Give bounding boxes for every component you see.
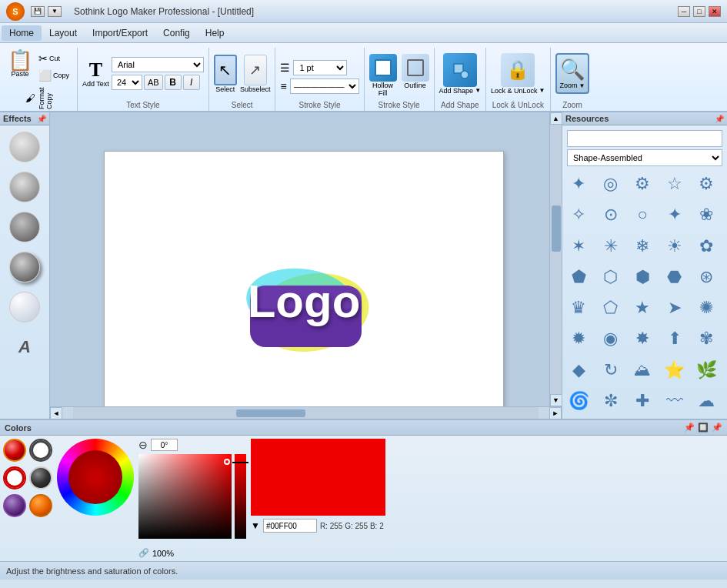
bold-button[interactable]: B: [165, 75, 182, 90]
italic-button[interactable]: I: [183, 75, 200, 90]
logo-design[interactable]: Logo: [227, 243, 381, 359]
shape-starburst[interactable]: ✹: [565, 326, 592, 352]
menu-config[interactable]: Config: [155, 25, 198, 41]
stroke-style-select[interactable]: —————— - - - - - · · · · ·: [290, 79, 359, 94]
hscroll-thumb[interactable]: [236, 409, 305, 417]
vscroll-up[interactable]: ▲: [550, 112, 562, 125]
shape-pentagon2[interactable]: ⬠: [598, 295, 624, 321]
outline-text-button[interactable]: AB: [144, 75, 163, 90]
toolbar-button[interactable]: ▼: [48, 6, 62, 17]
resources-category-select[interactable]: Shape-Assembled Shape-Basic Shape-Nature: [567, 149, 722, 166]
shape-dotted-circle[interactable]: ◎: [598, 171, 624, 197]
effect-light[interactable]: [9, 172, 40, 202]
shape-cross[interactable]: ✚: [629, 388, 655, 414]
save-button[interactable]: 💾: [31, 6, 45, 17]
shape-circle-dots[interactable]: ⊙: [598, 202, 624, 228]
effect-dark[interactable]: [9, 212, 40, 242]
vscroll-thumb[interactable]: [552, 205, 561, 252]
shape-crown[interactable]: ♛: [565, 295, 592, 321]
shape-diamond-star[interactable]: ✧: [565, 202, 592, 228]
font-name-select[interactable]: Arial: [112, 57, 204, 72]
shape-gear-circle[interactable]: ⚙: [629, 171, 655, 197]
shape-asterisk[interactable]: ✳: [598, 233, 624, 259]
select-tool-button[interactable]: ↖ Select: [214, 55, 237, 93]
shape-spiked[interactable]: ✸: [629, 326, 655, 352]
subselect-button[interactable]: ↗ Subselect: [240, 55, 271, 93]
canvas-content[interactable]: Logo: [50, 112, 549, 406]
shape-sun[interactable]: ☀: [662, 233, 688, 259]
degree-input[interactable]: [151, 439, 178, 451]
colors-collapse-icon[interactable]: 📌: [712, 423, 722, 433]
preset-red-outline[interactable]: [3, 466, 26, 489]
resources-search-input[interactable]: [567, 130, 722, 147]
gradient-square[interactable]: [138, 454, 232, 539]
shape-wave[interactable]: 〰: [662, 388, 688, 414]
copy-button[interactable]: ⬜ Copy: [35, 68, 72, 83]
canvas-hscroll[interactable]: ◄ ►: [50, 406, 562, 419]
shape-star6[interactable]: ✶: [565, 233, 592, 259]
shape-atom[interactable]: ⊛: [693, 264, 719, 290]
hscroll-left[interactable]: ◄: [50, 407, 62, 419]
shape-ring[interactable]: ○: [629, 202, 655, 228]
hscroll-track[interactable]: [73, 407, 539, 419]
opacity-link-icon[interactable]: 🔗: [138, 548, 149, 558]
shape-pinwheel[interactable]: ✼: [598, 388, 624, 414]
shape-star-alt[interactable]: ★: [629, 295, 655, 321]
color-wheel-inner[interactable]: [68, 450, 122, 504]
shape-circle-ring[interactable]: ◉: [598, 326, 624, 352]
color-dropdown-icon[interactable]: ▼: [251, 520, 260, 531]
outline-button[interactable]: Outline: [402, 54, 429, 97]
hollow-fill-button[interactable]: Hollow Fill: [369, 54, 397, 97]
degree-icon[interactable]: ⊖: [138, 439, 148, 451]
hscroll-right[interactable]: ►: [549, 407, 562, 419]
shape-star-5[interactable]: ⭐: [662, 357, 688, 383]
shape-burst[interactable]: ✺: [693, 295, 719, 321]
resources-pin[interactable]: 📌: [715, 115, 724, 123]
cut-button[interactable]: ✂ Cut: [35, 51, 63, 66]
shape-star-outline[interactable]: ☆: [662, 171, 688, 197]
shape-diamond[interactable]: ◆: [565, 357, 592, 383]
preset-red-fill[interactable]: [3, 439, 26, 462]
menu-layout[interactable]: Layout: [42, 25, 85, 41]
menu-help[interactable]: Help: [198, 25, 232, 41]
gradient-strip[interactable]: [235, 454, 246, 539]
preset-dark-outline[interactable]: [29, 439, 52, 462]
effect-text-a[interactable]: A: [9, 332, 40, 362]
color-wheel-container[interactable]: [57, 439, 134, 516]
shape-cog[interactable]: ⚙: [693, 171, 719, 197]
add-text-button[interactable]: T Add Text: [82, 60, 109, 88]
effect-glass[interactable]: [9, 292, 40, 322]
paste-button[interactable]: 📋 Paste: [6, 48, 34, 83]
minimize-button[interactable]: ─: [678, 6, 690, 17]
menu-import-export[interactable]: Import/Export: [85, 25, 155, 41]
shape-8star[interactable]: ✦: [662, 202, 688, 228]
shape-cube[interactable]: ⬡: [598, 264, 624, 290]
copy-format-button[interactable]: 🖌 Copy Format: [22, 85, 56, 111]
shape-up-arrow[interactable]: ⬆: [662, 326, 688, 352]
shape-spiral[interactable]: 🌀: [565, 388, 592, 414]
lock-button[interactable]: 🔒 Lock & UnLock ▼: [491, 53, 545, 95]
stroke-width-select[interactable]: 1 pt2 pt3 pt: [293, 60, 347, 75]
shape-star-ring[interactable]: ✦: [565, 171, 592, 197]
shape-lotus[interactable]: ✿: [693, 233, 719, 259]
close-button[interactable]: ✕: [709, 6, 721, 17]
preset-complex1[interactable]: [3, 494, 26, 517]
zoom-button[interactable]: 🔍 Zoom ▼: [555, 53, 590, 94]
shape-shield[interactable]: ⬣: [662, 264, 688, 290]
color-preview-box[interactable]: [251, 439, 385, 516]
colors-pin-icon[interactable]: 📌: [684, 423, 695, 433]
preset-complex2[interactable]: [29, 494, 52, 517]
effects-pin[interactable]: 📌: [37, 115, 46, 123]
font-size-select[interactable]: 24: [112, 75, 142, 90]
hex-input[interactable]: [263, 519, 317, 533]
preset-dark-fill[interactable]: [29, 466, 52, 489]
shape-flower[interactable]: ❀: [693, 202, 719, 228]
shape-arrow[interactable]: ➤: [662, 295, 688, 321]
shape-fan[interactable]: ✾: [693, 326, 719, 352]
shape-nature[interactable]: 🌿: [693, 357, 719, 383]
shape-hex[interactable]: ⬢: [629, 264, 655, 290]
canvas-vscroll[interactable]: ▲ ▼: [549, 112, 562, 406]
vscroll-down[interactable]: ▼: [550, 394, 562, 406]
vscroll-track[interactable]: [550, 125, 562, 394]
shape-rotate-arrow[interactable]: ↻: [598, 357, 624, 383]
